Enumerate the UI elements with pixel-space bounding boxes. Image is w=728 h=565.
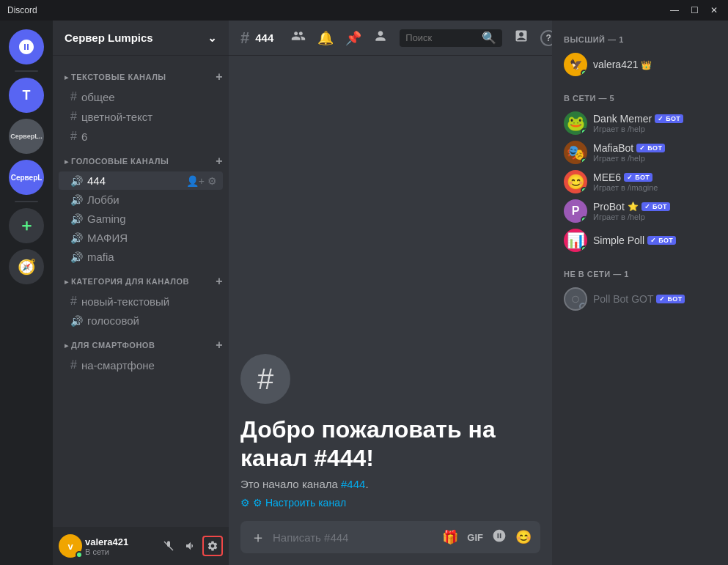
server-header[interactable]: Сервер Lumpics ⌄ [53, 21, 229, 56]
member-mee6[interactable]: 😊 MEE6 ✓ БОТ Играет в /imagine [558, 167, 722, 196]
sticker-icon[interactable] [492, 528, 507, 547]
mute-btn[interactable] [158, 536, 179, 556]
channel-444[interactable]: 🔊 444 👤+ ⚙ [59, 171, 223, 190]
settings-btn[interactable] [202, 536, 223, 556]
bell-icon[interactable]: 🔔 [317, 30, 334, 46]
search-input[interactable] [405, 32, 479, 43]
gif-btn[interactable]: GIF [467, 532, 483, 543]
status-indicator [581, 187, 587, 193]
category-mobile: ▸ ДЛЯ СМАРТФОНОВ + # на-смартфоне [53, 336, 229, 374]
message-input-icons: 🎁 GIF 😊 [442, 528, 532, 547]
title-bar: Discord — ☐ ✕ [0, 0, 728, 21]
member-info-simple-poll: Simple Poll ✓ БОТ [593, 235, 716, 246]
deafen-btn[interactable] [180, 536, 201, 556]
minimize-btn[interactable]: — [667, 5, 682, 15]
chat-area: # Добро пожаловать на канал #444! Это на… [229, 56, 552, 521]
welcome-icon: # [240, 354, 290, 404]
server-divider [15, 70, 38, 72]
add-category-channel-btn[interactable]: + [216, 275, 223, 288]
category-mobile-header[interactable]: ▸ ДЛЯ СМАРТФОНОВ + [53, 336, 229, 355]
channel-mafia[interactable]: 🔊 МАФИЯ [59, 229, 223, 247]
member-avatar-mee6: 😊 [564, 170, 587, 193]
search-bar[interactable]: 🔍 [400, 29, 502, 47]
window-controls: — ☐ ✕ [667, 5, 721, 15]
member-info-valera421: valera421 👑 [593, 59, 716, 70]
members-section-online: В СЕТИ — 5 🐸 Dank Memer ✓ БОТ Играет в /… [558, 91, 722, 255]
channel-list: ▸ ТЕКСТОВЫЕ КАНАЛЫ + # общее # цветной-т… [53, 56, 229, 527]
category-voice-channels: ▸ ГОЛОСОВЫЕ КАНАЛЫ + 🔊 444 👤+ ⚙ 🔊 Лобби [53, 152, 229, 266]
category-voice-header[interactable]: ▸ ГОЛОСОВЫЕ КАНАЛЫ + [53, 152, 229, 171]
status-indicator [581, 128, 587, 135]
add-attachment-btn[interactable]: ＋ [249, 528, 267, 547]
member-poll-bot-got[interactable]: ○ Poll Bot GOT ✓ БОТ [558, 284, 722, 314]
user-bar: v valera421 В сети [53, 527, 229, 565]
members-section-highest: ВЫСШИЙ — 1 🦅 valera421 👑 [558, 32, 722, 79]
status-indicator [581, 245, 587, 252]
member-avatar-poll-bot-got: ○ [564, 287, 587, 311]
add-user-icon[interactable]: 👤+ [186, 175, 205, 187]
add-server-btn[interactable]: ＋ [9, 208, 44, 243]
discord-home-btn[interactable] [9, 29, 44, 64]
member-probot[interactable]: P ProBot ⭐ ✓ БОТ Играет в /help [558, 196, 722, 226]
message-input-wrapper: ＋ 🎁 GIF 😊 [240, 521, 540, 553]
channel-general[interactable]: # общее [59, 87, 223, 106]
server-icon-lumpics[interactable]: СерверL.. [9, 119, 44, 154]
configure-channel-link[interactable]: ⚙ ⚙ Настроить канал [240, 497, 346, 509]
status-indicator [581, 158, 587, 164]
channel-name: 444 [255, 32, 273, 44]
status-indicator [581, 70, 587, 76]
maximize-btn[interactable]: ☐ [688, 5, 702, 15]
channel-hash-icon: # [240, 29, 249, 48]
category-text-header[interactable]: ▸ ТЕКСТОВЫЕ КАНАЛЫ + [53, 67, 229, 86]
channel-6[interactable]: # 6 [59, 127, 223, 146]
people-icon[interactable] [373, 29, 388, 47]
member-mafiabot[interactable]: 🎭 MafiaBot ✓ БОТ Играет в /help [558, 138, 722, 167]
member-dank-memer[interactable]: 🐸 Dank Memer ✓ БОТ Играет в /help [558, 108, 722, 138]
server-list: T СерверL.. СерверL ＋ 🧭 [0, 21, 53, 565]
member-info-mee6: MEE6 ✓ БОТ Играет в /imagine [593, 171, 716, 192]
explore-servers-btn[interactable]: 🧭 [9, 249, 44, 284]
add-text-channel-btn[interactable]: + [216, 70, 223, 84]
channel-colored-text[interactable]: # цветной-текст [59, 107, 223, 126]
member-avatar-dank-memer: 🐸 [564, 111, 587, 135]
add-voice-channel-btn[interactable]: + [216, 155, 223, 168]
channel-lobby[interactable]: 🔊 Лобби [59, 191, 223, 209]
server-name: Сервер Lumpics [65, 32, 153, 44]
bot-badge: ✓ БОТ [656, 295, 685, 303]
chevron-down-icon: ⌄ [207, 32, 217, 45]
emoji-icon[interactable]: 😊 [515, 529, 532, 545]
channel-mobile[interactable]: # на-смартфоне [59, 355, 223, 374]
bot-badge: ✓ БОТ [647, 236, 676, 245]
server-icon-t[interactable]: T [9, 78, 44, 113]
status-indicator [579, 303, 587, 310]
gift-icon[interactable]: 🎁 [442, 529, 458, 545]
pin-icon[interactable]: 📌 [345, 30, 361, 46]
member-simple-poll[interactable]: 📊 Simple Poll ✓ БОТ [558, 226, 722, 255]
server-icon-blue[interactable]: СерверL [9, 160, 44, 195]
channel-link[interactable]: #444 [341, 478, 365, 490]
category-for-channels-header[interactable]: ▸ КАТЕГОРИЯ ДЛЯ КАНАЛОВ + [53, 272, 229, 291]
help-icon[interactable]: ? [540, 30, 552, 46]
add-mobile-channel-btn[interactable]: + [216, 339, 223, 352]
channel-new-text[interactable]: # новый-текстовый [59, 292, 223, 311]
channel-welcome: # Добро пожаловать на канал #444! Это на… [240, 342, 540, 521]
category-for-channels: ▸ КАТЕГОРИЯ ДЛЯ КАНАЛОВ + # новый-тексто… [53, 272, 229, 330]
channel-mafia2[interactable]: 🔊 mafia [59, 248, 223, 266]
bot-badge: ✓ БОТ [624, 173, 652, 182]
user-status: В сети [85, 547, 155, 556]
members-icon[interactable] [291, 29, 306, 47]
welcome-title: Добро пожаловать на канал #444! [240, 416, 540, 472]
category-text-channels: ▸ ТЕКСТОВЫЕ КАНАЛЫ + # общее # цветной-т… [53, 67, 229, 146]
inbox-icon[interactable] [514, 29, 529, 47]
channel-voice-cat[interactable]: 🔊 голосовой [59, 311, 223, 330]
bot-badge: ✓ БОТ [641, 202, 670, 211]
gear-icon[interactable]: ⚙ [207, 175, 217, 187]
avatar: v [59, 534, 82, 558]
member-info-mafiabot: MafiaBot ✓ БОТ Играет в /help [593, 142, 716, 163]
members-category-online: В СЕТИ — 5 [558, 91, 722, 106]
gear-small-icon: ⚙ [240, 497, 250, 509]
close-btn[interactable]: ✕ [707, 5, 721, 15]
message-input[interactable] [273, 531, 436, 544]
channel-gaming[interactable]: 🔊 Gaming [59, 210, 223, 228]
member-valera421[interactable]: 🦅 valera421 👑 [558, 50, 722, 79]
